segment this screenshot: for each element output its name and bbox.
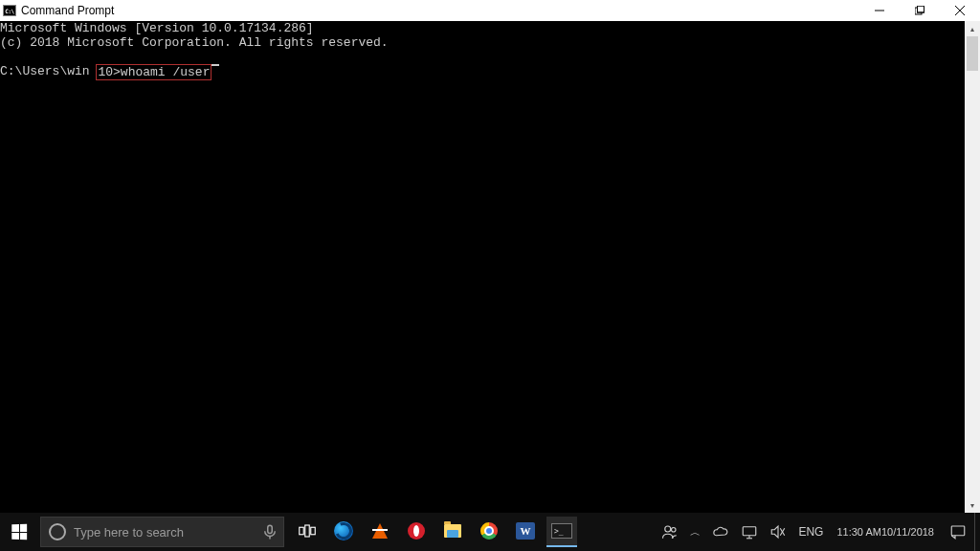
svg-marker-16 <box>772 526 779 538</box>
banner-line: (c) 2018 Microsoft Corporation. All righ… <box>0 35 965 50</box>
clock-time: 11:30 AM <box>836 526 880 538</box>
terminal-output[interactable]: Microsoft Windows [Version 10.0.17134.28… <box>0 21 965 513</box>
people-icon[interactable] <box>656 513 684 551</box>
window-titlebar: C:\ Command Prompt <box>0 0 980 21</box>
folder-icon <box>444 524 461 538</box>
clock-date: 10/11/2018 <box>881 526 934 538</box>
close-button[interactable] <box>940 0 980 21</box>
prompt-prefix: C:\Users\win <box>0 64 97 80</box>
svg-rect-8 <box>300 527 304 535</box>
cmd-prompt-icon: C:\ <box>3 5 16 16</box>
cmd-taskbar-icon: >_ <box>551 523 572 539</box>
language-indicator[interactable]: ENG <box>792 513 829 551</box>
taskbar: Type here to search W >_ ︿ ENG 11: <box>0 513 980 551</box>
taskbar-pinned-apps: W >_ <box>292 513 577 551</box>
vlc-icon <box>372 523 388 539</box>
window-title: Command Prompt <box>19 0 859 21</box>
action-center-button[interactable] <box>942 513 974 551</box>
opera-icon <box>408 522 425 540</box>
chrome-icon <box>480 522 498 540</box>
edge-icon <box>334 521 353 540</box>
svg-rect-10 <box>311 527 316 535</box>
window-controls <box>859 0 980 21</box>
volume-tray-icon[interactable] <box>764 513 792 551</box>
tray-overflow-button[interactable]: ︿ <box>684 513 706 551</box>
clock[interactable]: 11:30 AM 10/11/2018 <box>829 513 942 551</box>
cortana-circle-icon <box>49 523 66 540</box>
maximize-button[interactable] <box>900 0 940 21</box>
svg-rect-19 <box>951 526 965 536</box>
onedrive-tray-icon[interactable] <box>706 513 735 551</box>
edge-browser-button[interactable] <box>328 517 359 547</box>
window-icon: C:\ <box>0 0 19 21</box>
scroll-thumb[interactable] <box>967 36 978 71</box>
scroll-down-button[interactable]: ▾ <box>965 497 980 513</box>
show-desktop-button[interactable] <box>974 513 980 551</box>
minimize-button[interactable] <box>859 0 900 21</box>
text-cursor <box>212 64 219 66</box>
svg-rect-9 <box>305 525 310 537</box>
file-explorer-button[interactable] <box>437 517 468 547</box>
banner-line: Microsoft Windows [Version 10.0.17134.28… <box>0 21 965 35</box>
command-prompt-taskbar-button[interactable]: >_ <box>546 517 577 547</box>
system-tray: ︿ ENG 11:30 AM 10/11/2018 <box>656 513 980 551</box>
task-view-button[interactable] <box>292 517 323 547</box>
microphone-icon[interactable] <box>256 523 283 540</box>
prompt-line: C:\Users\win 10>whoami /user <box>0 64 965 80</box>
windows-logo-icon <box>11 524 27 540</box>
highlighted-command: 10>whoami /user <box>96 64 212 80</box>
taskbar-search[interactable]: Type here to search <box>40 517 284 547</box>
word-button[interactable]: W <box>510 517 541 547</box>
scroll-up-button[interactable]: ▴ <box>965 21 980 36</box>
word-icon: W <box>516 522 535 540</box>
svg-rect-2 <box>918 6 924 12</box>
start-button[interactable] <box>0 513 38 551</box>
svg-point-11 <box>665 526 671 532</box>
svg-rect-13 <box>744 527 757 536</box>
vertical-scrollbar[interactable]: ▴ ▾ <box>965 21 980 513</box>
svg-rect-6 <box>268 525 273 533</box>
vlc-button[interactable] <box>365 517 395 547</box>
search-placeholder: Type here to search <box>74 525 256 540</box>
opera-button[interactable] <box>401 517 432 547</box>
network-tray-icon[interactable] <box>735 513 764 551</box>
chrome-button[interactable] <box>474 517 504 547</box>
svg-point-12 <box>672 528 677 533</box>
